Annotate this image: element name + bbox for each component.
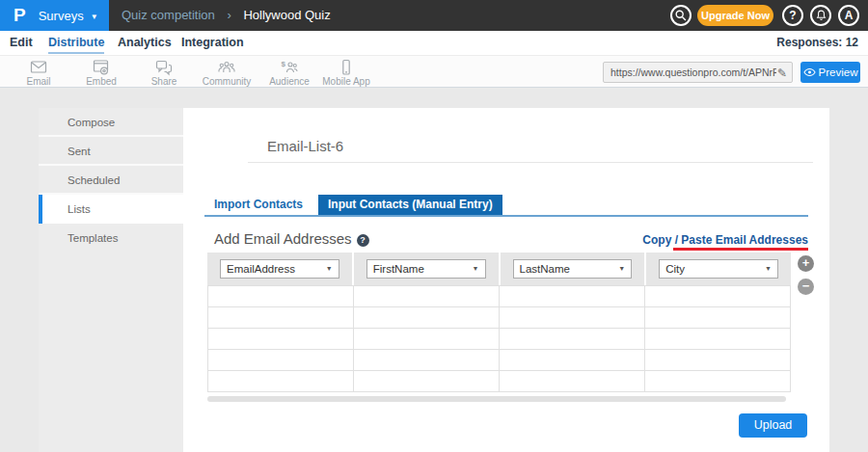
grid-cell[interactable] (354, 286, 500, 307)
toolbar-item-embed[interactable]: Embed (74, 59, 128, 87)
survey-url-field[interactable]: https://www.questionpro.com/t/APNrFZ ✎ (603, 62, 793, 83)
notifications-button[interactable] (810, 5, 831, 26)
breadcrumb-parent[interactable]: Quiz competition (122, 8, 215, 22)
survey-nav: Edit Distribute Analytics Integration Re… (0, 31, 868, 55)
toolbar-item-mobile-app[interactable]: Mobile App (315, 59, 377, 87)
select-caret-icon: ▼ (326, 260, 333, 278)
embed-icon (92, 59, 111, 76)
toolbar-item-community[interactable]: Community (196, 59, 258, 87)
share-icon (154, 59, 174, 76)
product-switcher[interactable]: P Surveys ▼ (0, 0, 109, 31)
email-icon (29, 59, 48, 76)
grid-cell[interactable] (500, 371, 645, 392)
contacts-grid (207, 285, 791, 392)
help-icon[interactable]: ? (357, 234, 369, 247)
search-icon (674, 9, 688, 22)
breadcrumb-current: Hollywood Quiz (243, 8, 330, 22)
preview-button[interactable]: Preview (800, 62, 860, 83)
copy-paste-link[interactable]: Copy / Paste Email Addresses (642, 233, 808, 247)
tab-integration[interactable]: Integration (181, 31, 244, 54)
distribute-toolbar: Email Embed Share Community $ (0, 55, 868, 88)
grid-cell[interactable] (500, 286, 645, 307)
grid-cell[interactable] (208, 350, 354, 371)
grid-cell[interactable] (208, 307, 354, 329)
grid-cell[interactable] (645, 329, 791, 350)
grid-cell[interactable] (208, 371, 354, 392)
upload-button[interactable]: Upload (739, 413, 807, 438)
tab-analytics[interactable]: Analytics (118, 31, 172, 54)
grid-cell[interactable] (354, 307, 500, 329)
select-caret-icon: ▼ (473, 260, 479, 278)
grid-cell[interactable] (500, 329, 645, 350)
toolbar-item-audience[interactable]: $ Audience (262, 59, 316, 87)
grid-cell[interactable] (645, 371, 791, 392)
toolbar-item-share[interactable]: Share (137, 59, 191, 87)
grid-cell[interactable] (645, 286, 791, 307)
grid-cell[interactable] (354, 371, 500, 392)
questionpro-logo-icon: P (14, 5, 26, 26)
horizontal-scrollbar[interactable] (207, 396, 786, 402)
breadcrumb-separator: › (227, 8, 231, 22)
tab-edit[interactable]: Edit (10, 31, 33, 54)
contacts-tabs: Import Contacts Input Contacts (Manual E… (204, 195, 502, 215)
help-button[interactable]: ? (782, 5, 803, 26)
toolbar-item-label: Community (203, 76, 252, 87)
table-row (208, 329, 791, 350)
column-select-firstname[interactable]: FirstName▼ (366, 259, 486, 279)
edit-url-icon[interactable]: ✎ (777, 64, 787, 83)
breadcrumb: Quiz competition › Hollywood Quiz (122, 0, 331, 31)
sidebar-item-sent[interactable]: Sent (39, 137, 183, 166)
lists-sidebar: Compose Sent Scheduled Lists Templates (39, 108, 183, 452)
product-name: Surveys (39, 9, 84, 23)
select-caret-icon: ▼ (618, 260, 625, 278)
page-title: Email-List-6 (267, 138, 343, 154)
sidebar-item-compose[interactable]: Compose (39, 108, 183, 137)
toolbar-item-email[interactable]: Email (12, 59, 66, 87)
column-header-cell: EmailAddress▼ (207, 253, 352, 285)
avatar[interactable]: A (838, 5, 859, 26)
main-area: Compose Sent Scheduled Lists Templates E… (0, 88, 868, 452)
tab-input-contacts-manual-entry[interactable]: Input Contacts (Manual Entry) (318, 195, 502, 215)
select-caret-icon: ▼ (765, 260, 772, 278)
grid-cell[interactable] (354, 350, 500, 371)
responses-count[interactable]: Responses: 12 (776, 31, 858, 54)
toolbar-item-label: Mobile App (322, 76, 369, 87)
sidebar-item-templates[interactable]: Templates (39, 224, 183, 253)
grid-cell[interactable] (208, 286, 354, 307)
column-mapping-header: EmailAddress▼ FirstName▼ LastName▼ City▼ (207, 253, 791, 285)
table-row (208, 371, 791, 392)
mobile-app-icon (337, 59, 356, 76)
tab-distribute[interactable]: Distribute (48, 31, 104, 54)
table-row (208, 307, 791, 329)
column-select-emailaddress[interactable]: EmailAddress▼ (220, 259, 339, 279)
grid-cell[interactable] (645, 350, 791, 371)
grid-cell[interactable] (645, 307, 791, 329)
svg-text:$: $ (282, 60, 286, 68)
section-title: Add Email Addresses? (214, 230, 369, 247)
community-icon (217, 59, 236, 76)
grid-cell[interactable] (500, 350, 645, 371)
table-row (208, 286, 791, 307)
column-select-city[interactable]: City▼ (659, 259, 778, 279)
preview-label: Preview (819, 66, 858, 78)
remove-row-button[interactable]: − (798, 279, 814, 295)
sidebar-item-lists[interactable]: Lists (39, 195, 183, 224)
chevron-down-icon: ▼ (91, 13, 98, 21)
toolbar-item-label: Email (26, 76, 50, 87)
sidebar-item-scheduled[interactable]: Scheduled (39, 166, 183, 195)
column-select-lastname[interactable]: LastName▼ (513, 259, 633, 279)
search-button[interactable] (670, 5, 692, 26)
toolbar-item-label: Share (151, 76, 177, 87)
bell-icon (815, 9, 827, 22)
tab-import-contacts[interactable]: Import Contacts (204, 195, 312, 215)
tabs-underline (204, 215, 808, 217)
title-divider (248, 162, 813, 163)
column-header-cell: FirstName▼ (354, 253, 499, 285)
grid-cell[interactable] (208, 329, 354, 350)
table-row (208, 350, 791, 371)
grid-cell[interactable] (354, 329, 500, 350)
upgrade-now-button[interactable]: Upgrade Now (697, 5, 773, 26)
grid-cell[interactable] (500, 307, 645, 329)
add-row-button[interactable]: + (798, 255, 814, 272)
survey-url-value: https://www.questionpro.com/t/APNrFZ (610, 63, 776, 82)
